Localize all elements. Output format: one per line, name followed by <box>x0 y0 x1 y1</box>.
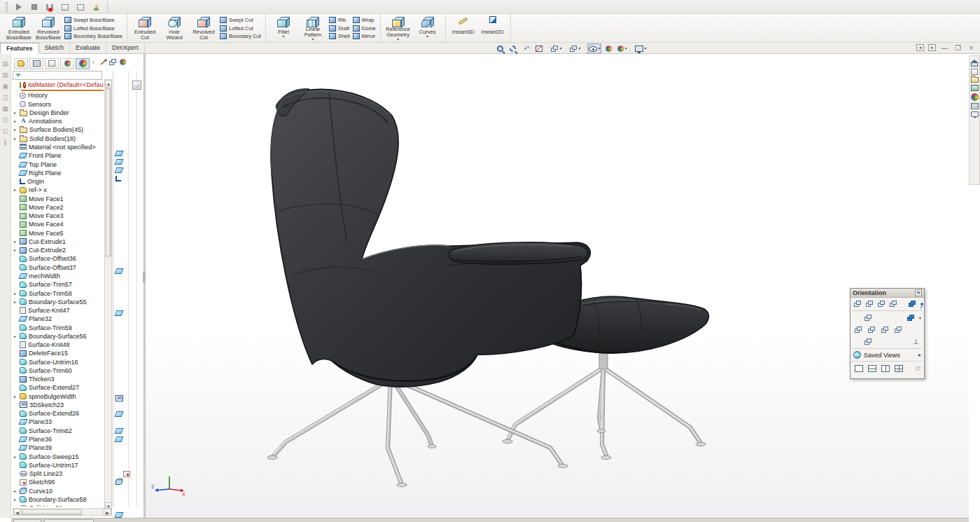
3dsketch23-display-icon[interactable] <box>115 395 123 401</box>
view-palette-button[interactable] <box>971 85 979 91</box>
tree-item[interactable]: Surface-Untrim17 <box>13 461 104 469</box>
feature-filter-row[interactable] <box>13 71 102 80</box>
tab-displaymanager[interactable] <box>76 58 90 69</box>
tree-item[interactable]: ▸Cut-Extrude2 <box>13 246 104 254</box>
tree-item[interactable]: Top Plane <box>13 160 104 168</box>
view-front2-button[interactable] <box>867 325 877 334</box>
tree-item[interactable]: Surface-Trim59 <box>13 323 104 331</box>
tree-item[interactable]: Origin <box>13 177 104 186</box>
tree-root-item[interactable]: ! italMaster (Default<<Default>_Dis <box>13 81 104 89</box>
custom-properties-button[interactable] <box>971 103 979 109</box>
tree-item[interactable]: Surface-Knit48 <box>13 341 104 349</box>
sketch96-display-icon[interactable] <box>123 471 130 477</box>
minimize-window-button[interactable]: — <box>940 43 949 52</box>
tree-item[interactable]: Surface-Offset36 <box>13 254 104 263</box>
previous-view-button[interactable]: ↶ <box>521 43 531 54</box>
hole-wizard-button[interactable]: Hole Wizard <box>160 15 189 41</box>
tree-item[interactable]: Surface-Trim62 <box>13 427 104 435</box>
dropdown-arrow-icon[interactable]: ▾ <box>282 35 284 39</box>
tree-item[interactable]: Move Face4 <box>13 220 104 228</box>
close-window-button[interactable]: × <box>967 43 976 52</box>
right-plane-display-icon[interactable] <box>114 167 123 173</box>
tab-dimxpertmanager[interactable] <box>60 58 74 69</box>
revolved-cut-button[interactable]: Revolved Cut <box>189 15 218 41</box>
macro-security-button[interactable] <box>90 1 102 13</box>
design-library-button[interactable] <box>971 69 978 75</box>
appearance-pencil-icon[interactable] <box>100 60 106 64</box>
file-explorer-button[interactable] <box>971 77 979 83</box>
curves-button[interactable]: Curves▾ <box>413 15 442 41</box>
tree-item[interactable]: ▸Surface-Sweep15 <box>13 452 104 460</box>
tree-item[interactable]: Plane39 <box>13 444 104 452</box>
zoom-to-fit-button[interactable] <box>496 43 506 54</box>
tab-sketch[interactable]: Sketch <box>39 43 71 54</box>
view-left-button[interactable] <box>853 325 864 334</box>
zoom-to-area-button[interactable] <box>508 43 519 54</box>
solidworks-resources-button[interactable] <box>971 62 978 67</box>
rib-button[interactable]: Rib <box>329 16 350 24</box>
dropdown-arrow-icon[interactable]: ▾ <box>644 47 646 50</box>
normal-to-button[interactable]: ⊥ <box>911 337 921 346</box>
tab-configurationmanager[interactable] <box>45 58 59 69</box>
scroll-thumb-h[interactable] <box>22 509 82 515</box>
view-orientation-button[interactable]: ▾ <box>550 43 563 54</box>
boundary-boss-base-button[interactable]: Boundary Boss/Base <box>64 32 122 40</box>
tree-item[interactable]: Move Face1 <box>13 194 104 202</box>
ottoman-legs[interactable] <box>503 352 706 460</box>
mechwidth-display-icon[interactable] <box>114 268 123 274</box>
dropdown-arrow-icon[interactable]: ▾ <box>578 47 580 50</box>
tree-item[interactable]: ▸Boundary-Surface55 <box>13 298 104 306</box>
close-icon[interactable]: × <box>915 289 922 296</box>
instant3d-button[interactable]: Instant3D <box>449 15 478 41</box>
toolbar-grip[interactable] <box>6 2 8 12</box>
extruded-boss-base-button[interactable]: Extruded Boss/Base <box>4 15 34 41</box>
left-toolbar-icon-4[interactable]: ◫ <box>1 93 10 102</box>
left-toolbar-icon-3[interactable]: ▣ <box>1 82 10 90</box>
tab-features[interactable]: Features <box>0 43 39 54</box>
tree-item[interactable]: ▸Boundary-Surface58 <box>13 495 104 504</box>
new-view-button[interactable] <box>865 299 874 308</box>
left-toolbar-icon-1[interactable]: ▤ <box>1 60 10 68</box>
dropdown-arrow-icon[interactable]: ▾ <box>397 38 399 41</box>
plane39-display-icon[interactable] <box>114 437 123 442</box>
view-selector-button[interactable] <box>908 299 917 308</box>
pin-button[interactable] <box>920 299 924 308</box>
dropdown-arrow-icon[interactable]: ▾ <box>312 38 314 41</box>
tab-motion-study-1[interactable]: Motion Study 1 <box>44 519 94 522</box>
draft-button[interactable]: Draft <box>329 25 350 32</box>
chair-armrest[interactable] <box>449 242 588 264</box>
lofted-cut-button[interactable]: Lofted Cut <box>220 25 261 32</box>
display-ball-icon[interactable] <box>120 59 126 65</box>
tree-item[interactable]: Move Face5 <box>13 229 104 238</box>
chair-model[interactable] <box>146 55 969 518</box>
view-settings-button[interactable]: ▾ <box>634 43 648 54</box>
top-plane-display-icon[interactable] <box>114 159 123 165</box>
update-standard-views-button[interactable] <box>877 299 886 308</box>
left-toolbar-icon-5[interactable]: ▦ <box>1 104 10 113</box>
display-pane-appearance-button[interactable] <box>132 81 141 90</box>
collapse-pane-icon[interactable]: ‹ <box>90 58 97 66</box>
plane37-display-icon[interactable] <box>114 512 123 518</box>
tree-vertical-scrollbar[interactable]: ▲ ▼ <box>104 79 112 511</box>
reset-standard-views-button[interactable] <box>889 299 898 308</box>
tree-item[interactable]: Thicken3 <box>13 375 104 383</box>
tree-item[interactable]: ▸Curve10 <box>13 486 104 495</box>
lofted-boss-base-button[interactable]: Lofted Boss/Base <box>64 25 122 32</box>
tree-item[interactable]: Plane32 <box>13 315 104 323</box>
dropdown-arrow-icon[interactable]: ▾ <box>559 47 561 50</box>
tree-item[interactable]: Material <not specified> <box>13 143 104 151</box>
linear-pattern-button[interactable]: Linear Pattern▾ <box>298 15 328 41</box>
new-macro-button[interactable] <box>59 1 71 13</box>
tree-item[interactable]: Plane33 <box>13 418 104 426</box>
scroll-up-arrow[interactable]: ▲ <box>105 80 112 88</box>
tree-item[interactable]: ▸ref-> x <box>13 186 104 194</box>
apply-scene-button[interactable]: ▾ <box>616 43 628 54</box>
edit-macro-button[interactable] <box>75 1 86 13</box>
reference-geometry-button[interactable]: Reference Geometry▾ <box>384 15 413 41</box>
two-view-vertical-button[interactable] <box>880 364 890 373</box>
tab-featuremanager-tree[interactable] <box>14 58 28 69</box>
previous-view-button[interactable] <box>853 299 862 308</box>
tree-item[interactable]: ▸Solid Bodies(18) <box>13 135 104 143</box>
plane36-display-icon[interactable] <box>114 428 123 434</box>
view-cube-icon[interactable] <box>109 59 117 66</box>
